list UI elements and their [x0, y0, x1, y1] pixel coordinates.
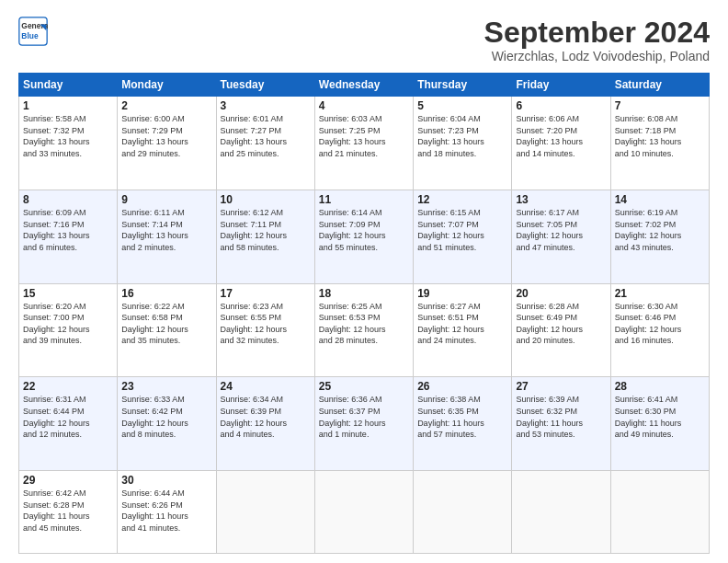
day-number: 28	[615, 380, 705, 393]
day-info: Sunrise: 6:28 AM Sunset: 6:49 PM Dayligh…	[516, 301, 606, 347]
day-info: Sunrise: 6:14 AM Sunset: 7:09 PM Dayligh…	[319, 207, 409, 253]
calendar-cell: 27Sunrise: 6:39 AM Sunset: 6:32 PM Dayli…	[512, 377, 610, 471]
weekday-header-sunday: Sunday	[19, 74, 118, 97]
calendar-cell: 23Sunrise: 6:33 AM Sunset: 6:42 PM Dayli…	[118, 377, 216, 471]
calendar-cell: 13Sunrise: 6:17 AM Sunset: 7:05 PM Dayli…	[512, 190, 610, 283]
weekday-header-saturday: Saturday	[610, 74, 709, 97]
location: Wierzchlas, Lodz Voivodeship, Poland	[484, 49, 710, 63]
day-number: 13	[516, 193, 606, 206]
day-info: Sunrise: 6:15 AM Sunset: 7:07 PM Dayligh…	[417, 207, 507, 253]
day-info: Sunrise: 6:12 AM Sunset: 7:11 PM Dayligh…	[221, 207, 311, 253]
calendar-cell: 11Sunrise: 6:14 AM Sunset: 7:09 PM Dayli…	[314, 190, 413, 283]
day-number: 21	[615, 287, 705, 300]
day-number: 19	[417, 287, 507, 300]
day-info: Sunrise: 6:03 AM Sunset: 7:25 PM Dayligh…	[319, 113, 409, 159]
day-number: 4	[319, 99, 409, 112]
day-number: 7	[615, 99, 705, 112]
day-number: 3	[221, 99, 311, 112]
calendar-week-4: 22Sunrise: 6:31 AM Sunset: 6:44 PM Dayli…	[19, 377, 710, 471]
calendar-cell: 2Sunrise: 6:00 AM Sunset: 7:29 PM Daylig…	[118, 97, 216, 190]
day-info: Sunrise: 6:00 AM Sunset: 7:29 PM Dayligh…	[121, 113, 211, 159]
day-info: Sunrise: 6:34 AM Sunset: 6:39 PM Dayligh…	[221, 394, 311, 440]
day-info: Sunrise: 6:17 AM Sunset: 7:05 PM Dayligh…	[516, 207, 606, 253]
day-info: Sunrise: 6:31 AM Sunset: 6:44 PM Dayligh…	[23, 394, 113, 440]
calendar-cell: 30Sunrise: 6:44 AM Sunset: 6:26 PM Dayli…	[118, 471, 216, 554]
weekday-header-monday: Monday	[118, 74, 216, 97]
weekday-header-row: SundayMondayTuesdayWednesdayThursdayFrid…	[19, 74, 710, 97]
day-info: Sunrise: 5:58 AM Sunset: 7:32 PM Dayligh…	[23, 113, 113, 159]
calendar-page: General Blue September 2024 Wierzchlas, …	[0, 0, 728, 563]
header: General Blue September 2024 Wierzchlas, …	[18, 17, 710, 63]
day-info: Sunrise: 6:09 AM Sunset: 7:16 PM Dayligh…	[23, 207, 113, 253]
day-number: 29	[23, 474, 113, 487]
day-info: Sunrise: 6:04 AM Sunset: 7:23 PM Dayligh…	[417, 113, 507, 159]
calendar-cell: 14Sunrise: 6:19 AM Sunset: 7:02 PM Dayli…	[610, 190, 709, 283]
day-info: Sunrise: 6:22 AM Sunset: 6:58 PM Dayligh…	[121, 301, 211, 347]
calendar-cell: 19Sunrise: 6:27 AM Sunset: 6:51 PM Dayli…	[414, 283, 512, 377]
calendar-cell: 26Sunrise: 6:38 AM Sunset: 6:35 PM Dayli…	[414, 377, 512, 471]
day-info: Sunrise: 6:33 AM Sunset: 6:42 PM Dayligh…	[121, 394, 211, 440]
weekday-header-tuesday: Tuesday	[216, 74, 314, 97]
day-info: Sunrise: 6:30 AM Sunset: 6:46 PM Dayligh…	[615, 301, 705, 347]
svg-text:Blue: Blue	[21, 31, 39, 40]
day-info: Sunrise: 6:11 AM Sunset: 7:14 PM Dayligh…	[121, 207, 211, 253]
day-number: 16	[121, 287, 211, 300]
calendar-week-3: 15Sunrise: 6:20 AM Sunset: 7:00 PM Dayli…	[19, 283, 710, 377]
day-number: 14	[615, 193, 705, 206]
calendar-cell: 25Sunrise: 6:36 AM Sunset: 6:37 PM Dayli…	[314, 377, 413, 471]
month-title: September 2024	[484, 17, 710, 49]
calendar-cell: 1Sunrise: 5:58 AM Sunset: 7:32 PM Daylig…	[19, 97, 118, 190]
logo: General Blue	[18, 17, 48, 46]
day-info: Sunrise: 6:41 AM Sunset: 6:30 PM Dayligh…	[615, 394, 705, 440]
day-number: 22	[23, 380, 113, 393]
day-number: 17	[221, 287, 311, 300]
title-block: September 2024 Wierzchlas, Lodz Voivodes…	[484, 17, 710, 63]
day-info: Sunrise: 6:38 AM Sunset: 6:35 PM Dayligh…	[417, 394, 507, 440]
day-number: 10	[221, 193, 311, 206]
day-info: Sunrise: 6:44 AM Sunset: 6:26 PM Dayligh…	[121, 488, 211, 534]
calendar-cell: 7Sunrise: 6:08 AM Sunset: 7:18 PM Daylig…	[610, 97, 709, 190]
day-info: Sunrise: 6:23 AM Sunset: 6:55 PM Dayligh…	[221, 301, 311, 347]
calendar-cell: 28Sunrise: 6:41 AM Sunset: 6:30 PM Dayli…	[610, 377, 709, 471]
weekday-header-friday: Friday	[512, 74, 610, 97]
calendar-cell	[314, 471, 413, 554]
day-info: Sunrise: 6:20 AM Sunset: 7:00 PM Dayligh…	[23, 301, 113, 347]
calendar-cell: 18Sunrise: 6:25 AM Sunset: 6:53 PM Dayli…	[314, 283, 413, 377]
calendar-cell: 6Sunrise: 6:06 AM Sunset: 7:20 PM Daylig…	[512, 97, 610, 190]
calendar-table: SundayMondayTuesdayWednesdayThursdayFrid…	[18, 73, 710, 554]
calendar-cell: 20Sunrise: 6:28 AM Sunset: 6:49 PM Dayli…	[512, 283, 610, 377]
calendar-cell	[610, 471, 709, 554]
day-info: Sunrise: 6:08 AM Sunset: 7:18 PM Dayligh…	[615, 113, 705, 159]
day-info: Sunrise: 6:39 AM Sunset: 6:32 PM Dayligh…	[516, 394, 606, 440]
day-number: 24	[221, 380, 311, 393]
calendar-cell: 29Sunrise: 6:42 AM Sunset: 6:28 PM Dayli…	[19, 471, 118, 554]
day-info: Sunrise: 6:01 AM Sunset: 7:27 PM Dayligh…	[221, 113, 311, 159]
calendar-cell: 10Sunrise: 6:12 AM Sunset: 7:11 PM Dayli…	[216, 190, 314, 283]
day-info: Sunrise: 6:42 AM Sunset: 6:28 PM Dayligh…	[23, 488, 113, 534]
day-number: 23	[121, 380, 211, 393]
calendar-cell: 24Sunrise: 6:34 AM Sunset: 6:39 PM Dayli…	[216, 377, 314, 471]
day-number: 20	[516, 287, 606, 300]
calendar-cell: 12Sunrise: 6:15 AM Sunset: 7:07 PM Dayli…	[414, 190, 512, 283]
day-info: Sunrise: 6:27 AM Sunset: 6:51 PM Dayligh…	[417, 301, 507, 347]
calendar-cell	[512, 471, 610, 554]
calendar-cell: 15Sunrise: 6:20 AM Sunset: 7:00 PM Dayli…	[19, 283, 118, 377]
calendar-cell	[216, 471, 314, 554]
day-number: 2	[121, 99, 211, 112]
calendar-cell: 21Sunrise: 6:30 AM Sunset: 6:46 PM Dayli…	[610, 283, 709, 377]
day-number: 1	[23, 99, 113, 112]
calendar-cell: 3Sunrise: 6:01 AM Sunset: 7:27 PM Daylig…	[216, 97, 314, 190]
calendar-cell: 8Sunrise: 6:09 AM Sunset: 7:16 PM Daylig…	[19, 190, 118, 283]
day-number: 25	[319, 380, 409, 393]
calendar-cell	[414, 471, 512, 554]
day-number: 18	[319, 287, 409, 300]
calendar-cell: 22Sunrise: 6:31 AM Sunset: 6:44 PM Dayli…	[19, 377, 118, 471]
calendar-week-5: 29Sunrise: 6:42 AM Sunset: 6:28 PM Dayli…	[19, 471, 710, 554]
weekday-header-wednesday: Wednesday	[314, 74, 413, 97]
calendar-cell: 17Sunrise: 6:23 AM Sunset: 6:55 PM Dayli…	[216, 283, 314, 377]
day-number: 27	[516, 380, 606, 393]
day-number: 11	[319, 193, 409, 206]
calendar-cell: 4Sunrise: 6:03 AM Sunset: 7:25 PM Daylig…	[314, 97, 413, 190]
day-info: Sunrise: 6:36 AM Sunset: 6:37 PM Dayligh…	[319, 394, 409, 440]
day-info: Sunrise: 6:25 AM Sunset: 6:53 PM Dayligh…	[319, 301, 409, 347]
